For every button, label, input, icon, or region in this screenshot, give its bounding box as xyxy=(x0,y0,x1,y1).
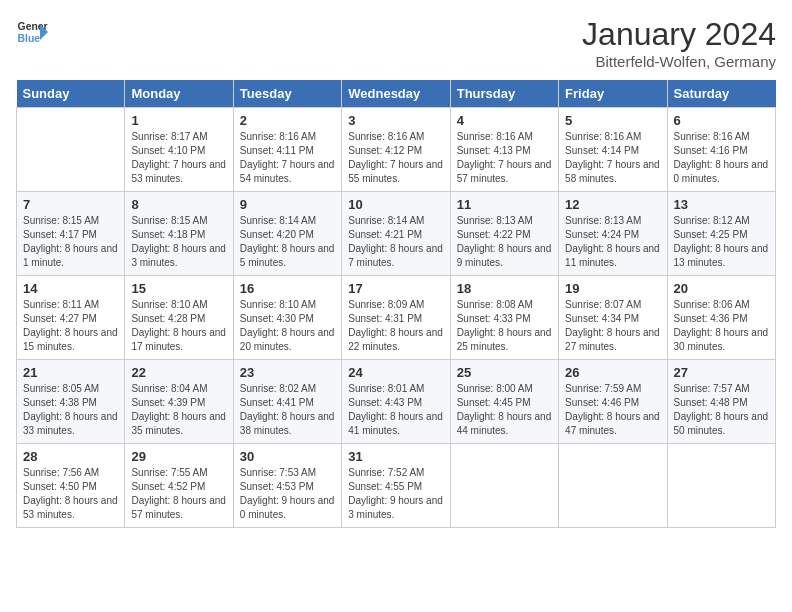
day-info: Sunrise: 8:16 AMSunset: 4:16 PMDaylight:… xyxy=(674,130,769,186)
day-number: 25 xyxy=(457,365,552,380)
location-title: Bitterfeld-Wolfen, Germany xyxy=(582,53,776,70)
calendar-day-cell: 6Sunrise: 8:16 AMSunset: 4:16 PMDaylight… xyxy=(667,108,775,192)
calendar-day-cell: 5Sunrise: 8:16 AMSunset: 4:14 PMDaylight… xyxy=(559,108,667,192)
day-number: 9 xyxy=(240,197,335,212)
day-info: Sunrise: 8:10 AMSunset: 4:30 PMDaylight:… xyxy=(240,298,335,354)
calendar-table: SundayMondayTuesdayWednesdayThursdayFrid… xyxy=(16,80,776,528)
logo-icon: General Blue xyxy=(16,16,48,48)
month-title: January 2024 xyxy=(582,16,776,53)
day-info: Sunrise: 8:06 AMSunset: 4:36 PMDaylight:… xyxy=(674,298,769,354)
day-number: 14 xyxy=(23,281,118,296)
calendar-day-cell: 22Sunrise: 8:04 AMSunset: 4:39 PMDayligh… xyxy=(125,360,233,444)
day-number: 22 xyxy=(131,365,226,380)
calendar-day-cell: 21Sunrise: 8:05 AMSunset: 4:38 PMDayligh… xyxy=(17,360,125,444)
calendar-day-cell: 27Sunrise: 7:57 AMSunset: 4:48 PMDayligh… xyxy=(667,360,775,444)
day-info: Sunrise: 8:07 AMSunset: 4:34 PMDaylight:… xyxy=(565,298,660,354)
day-number: 27 xyxy=(674,365,769,380)
day-info: Sunrise: 8:11 AMSunset: 4:27 PMDaylight:… xyxy=(23,298,118,354)
calendar-day-cell: 11Sunrise: 8:13 AMSunset: 4:22 PMDayligh… xyxy=(450,192,558,276)
day-number: 30 xyxy=(240,449,335,464)
day-info: Sunrise: 8:16 AMSunset: 4:13 PMDaylight:… xyxy=(457,130,552,186)
weekday-header-cell: Monday xyxy=(125,80,233,108)
calendar-day-cell: 28Sunrise: 7:56 AMSunset: 4:50 PMDayligh… xyxy=(17,444,125,528)
day-info: Sunrise: 7:53 AMSunset: 4:53 PMDaylight:… xyxy=(240,466,335,522)
calendar-day-cell xyxy=(17,108,125,192)
day-info: Sunrise: 7:52 AMSunset: 4:55 PMDaylight:… xyxy=(348,466,443,522)
day-number: 1 xyxy=(131,113,226,128)
calendar-day-cell xyxy=(450,444,558,528)
calendar-body: 1Sunrise: 8:17 AMSunset: 4:10 PMDaylight… xyxy=(17,108,776,528)
day-number: 3 xyxy=(348,113,443,128)
weekday-header-cell: Thursday xyxy=(450,80,558,108)
day-number: 7 xyxy=(23,197,118,212)
calendar-day-cell: 24Sunrise: 8:01 AMSunset: 4:43 PMDayligh… xyxy=(342,360,450,444)
calendar-day-cell: 31Sunrise: 7:52 AMSunset: 4:55 PMDayligh… xyxy=(342,444,450,528)
calendar-day-cell: 29Sunrise: 7:55 AMSunset: 4:52 PMDayligh… xyxy=(125,444,233,528)
calendar-day-cell: 23Sunrise: 8:02 AMSunset: 4:41 PMDayligh… xyxy=(233,360,341,444)
day-number: 5 xyxy=(565,113,660,128)
day-number: 17 xyxy=(348,281,443,296)
calendar-day-cell: 1Sunrise: 8:17 AMSunset: 4:10 PMDaylight… xyxy=(125,108,233,192)
calendar-week-row: 1Sunrise: 8:17 AMSunset: 4:10 PMDaylight… xyxy=(17,108,776,192)
weekday-header-row: SundayMondayTuesdayWednesdayThursdayFrid… xyxy=(17,80,776,108)
calendar-day-cell: 7Sunrise: 8:15 AMSunset: 4:17 PMDaylight… xyxy=(17,192,125,276)
calendar-day-cell: 18Sunrise: 8:08 AMSunset: 4:33 PMDayligh… xyxy=(450,276,558,360)
day-info: Sunrise: 8:13 AMSunset: 4:24 PMDaylight:… xyxy=(565,214,660,270)
day-number: 28 xyxy=(23,449,118,464)
day-number: 6 xyxy=(674,113,769,128)
day-number: 13 xyxy=(674,197,769,212)
day-number: 21 xyxy=(23,365,118,380)
day-info: Sunrise: 8:12 AMSunset: 4:25 PMDaylight:… xyxy=(674,214,769,270)
calendar-day-cell: 10Sunrise: 8:14 AMSunset: 4:21 PMDayligh… xyxy=(342,192,450,276)
calendar-day-cell: 12Sunrise: 8:13 AMSunset: 4:24 PMDayligh… xyxy=(559,192,667,276)
calendar-day-cell: 25Sunrise: 8:00 AMSunset: 4:45 PMDayligh… xyxy=(450,360,558,444)
calendar-day-cell: 14Sunrise: 8:11 AMSunset: 4:27 PMDayligh… xyxy=(17,276,125,360)
calendar-day-cell: 13Sunrise: 8:12 AMSunset: 4:25 PMDayligh… xyxy=(667,192,775,276)
day-number: 23 xyxy=(240,365,335,380)
day-info: Sunrise: 8:16 AMSunset: 4:11 PMDaylight:… xyxy=(240,130,335,186)
day-info: Sunrise: 8:04 AMSunset: 4:39 PMDaylight:… xyxy=(131,382,226,438)
svg-text:Blue: Blue xyxy=(18,33,41,44)
calendar-day-cell: 15Sunrise: 8:10 AMSunset: 4:28 PMDayligh… xyxy=(125,276,233,360)
calendar-day-cell: 19Sunrise: 8:07 AMSunset: 4:34 PMDayligh… xyxy=(559,276,667,360)
calendar-day-cell xyxy=(667,444,775,528)
calendar-week-row: 7Sunrise: 8:15 AMSunset: 4:17 PMDaylight… xyxy=(17,192,776,276)
day-info: Sunrise: 8:14 AMSunset: 4:21 PMDaylight:… xyxy=(348,214,443,270)
weekday-header-cell: Friday xyxy=(559,80,667,108)
day-info: Sunrise: 8:05 AMSunset: 4:38 PMDaylight:… xyxy=(23,382,118,438)
day-number: 24 xyxy=(348,365,443,380)
calendar-day-cell: 17Sunrise: 8:09 AMSunset: 4:31 PMDayligh… xyxy=(342,276,450,360)
weekday-header-cell: Saturday xyxy=(667,80,775,108)
day-info: Sunrise: 7:55 AMSunset: 4:52 PMDaylight:… xyxy=(131,466,226,522)
day-info: Sunrise: 8:17 AMSunset: 4:10 PMDaylight:… xyxy=(131,130,226,186)
calendar-day-cell: 4Sunrise: 8:16 AMSunset: 4:13 PMDaylight… xyxy=(450,108,558,192)
title-block: January 2024 Bitterfeld-Wolfen, Germany xyxy=(582,16,776,70)
day-info: Sunrise: 7:56 AMSunset: 4:50 PMDaylight:… xyxy=(23,466,118,522)
day-number: 4 xyxy=(457,113,552,128)
calendar-day-cell: 8Sunrise: 8:15 AMSunset: 4:18 PMDaylight… xyxy=(125,192,233,276)
day-number: 16 xyxy=(240,281,335,296)
day-number: 18 xyxy=(457,281,552,296)
page-header: General Blue January 2024 Bitterfeld-Wol… xyxy=(16,16,776,70)
day-info: Sunrise: 8:00 AMSunset: 4:45 PMDaylight:… xyxy=(457,382,552,438)
day-info: Sunrise: 7:57 AMSunset: 4:48 PMDaylight:… xyxy=(674,382,769,438)
day-number: 12 xyxy=(565,197,660,212)
day-info: Sunrise: 8:10 AMSunset: 4:28 PMDaylight:… xyxy=(131,298,226,354)
logo: General Blue xyxy=(16,16,48,48)
day-info: Sunrise: 8:13 AMSunset: 4:22 PMDaylight:… xyxy=(457,214,552,270)
calendar-week-row: 21Sunrise: 8:05 AMSunset: 4:38 PMDayligh… xyxy=(17,360,776,444)
calendar-week-row: 28Sunrise: 7:56 AMSunset: 4:50 PMDayligh… xyxy=(17,444,776,528)
calendar-day-cell: 26Sunrise: 7:59 AMSunset: 4:46 PMDayligh… xyxy=(559,360,667,444)
day-info: Sunrise: 8:15 AMSunset: 4:17 PMDaylight:… xyxy=(23,214,118,270)
day-number: 19 xyxy=(565,281,660,296)
calendar-day-cell: 3Sunrise: 8:16 AMSunset: 4:12 PMDaylight… xyxy=(342,108,450,192)
day-number: 29 xyxy=(131,449,226,464)
calendar-day-cell: 9Sunrise: 8:14 AMSunset: 4:20 PMDaylight… xyxy=(233,192,341,276)
day-info: Sunrise: 8:02 AMSunset: 4:41 PMDaylight:… xyxy=(240,382,335,438)
day-number: 11 xyxy=(457,197,552,212)
day-info: Sunrise: 8:08 AMSunset: 4:33 PMDaylight:… xyxy=(457,298,552,354)
weekday-header-cell: Tuesday xyxy=(233,80,341,108)
day-number: 2 xyxy=(240,113,335,128)
day-number: 8 xyxy=(131,197,226,212)
day-info: Sunrise: 7:59 AMSunset: 4:46 PMDaylight:… xyxy=(565,382,660,438)
